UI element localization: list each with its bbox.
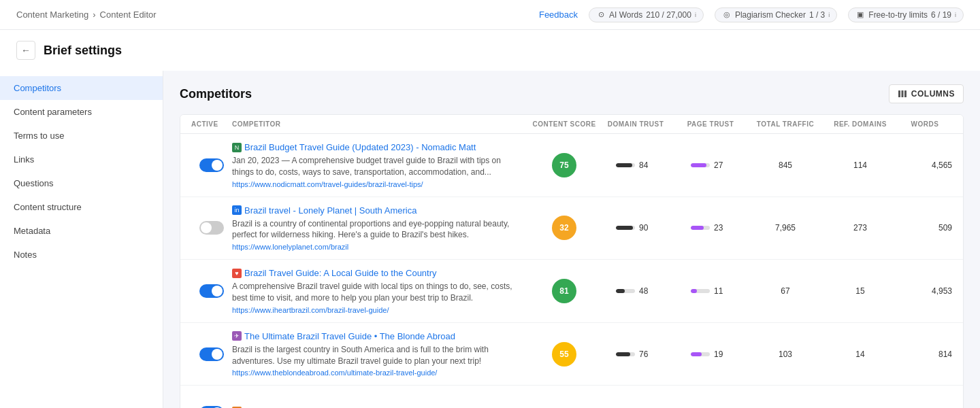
- row-toggle[interactable]: [199, 347, 224, 361]
- ref-domains-cell: 114: [823, 160, 898, 170]
- page-trust-value: 27: [714, 160, 730, 170]
- domain-trust-bar: [616, 163, 632, 167]
- col-competitor: COMPETITOR: [232, 120, 530, 128]
- page-trust-bar: [691, 352, 702, 356]
- col-domain-trust-label: DOMAIN TRUST: [608, 120, 664, 128]
- main-layout: CompetitorsContent parametersTerms to us…: [0, 71, 980, 408]
- content-header: Competitors COLUMNS: [180, 84, 964, 103]
- table-row: 🌎The complete guide to Brazil - World Tr…: [180, 386, 963, 408]
- toggle-cell: [191, 221, 232, 235]
- domain-trust-bar-container: [616, 352, 635, 356]
- col-domain-trust: DOMAIN TRUST: [598, 120, 673, 128]
- table-row: ✈The Ultimate Brazil Travel Guide • The …: [180, 323, 963, 386]
- competitor-cell: inBrazil travel - Lonely Planet | South …: [232, 205, 530, 252]
- back-button[interactable]: ←: [16, 41, 35, 60]
- ref-domains-cell: 14: [823, 350, 898, 359]
- words-cell: 814: [898, 350, 952, 359]
- section-title: Competitors: [180, 87, 252, 101]
- sidebar-item-links[interactable]: Links: [0, 148, 163, 171]
- row-toggle[interactable]: [199, 284, 224, 298]
- ref-domains-cell: 273: [823, 223, 898, 233]
- columns-label: COLUMNS: [911, 89, 955, 99]
- score-badge: 32: [552, 216, 576, 240]
- page-trust-bar-container: [691, 352, 710, 356]
- competitor-url[interactable]: https://www.nodicmatt.com/travel-guides/…: [232, 180, 525, 188]
- score-badge: 55: [552, 342, 576, 367]
- competitor-url[interactable]: https://www.theblondeabroad.com/ultimate…: [232, 369, 525, 377]
- page-trust-cell: 23: [673, 223, 748, 233]
- breadcrumb-item-1[interactable]: Content Marketing: [16, 10, 88, 20]
- breadcrumb-item-2[interactable]: Content Editor: [100, 10, 157, 20]
- competitor-title-text[interactable]: Brazil Travel Guide: A Local Guide to th…: [244, 268, 437, 278]
- sidebar: CompetitorsContent parametersTerms to us…: [0, 71, 163, 408]
- row-toggle[interactable]: [199, 158, 224, 172]
- col-ref-domains: REF. DOMAINS: [823, 120, 898, 128]
- table-row: NBrazil Budget Travel Guide (Updated 202…: [180, 134, 963, 197]
- col-page-trust-label: PAGE TRUST: [687, 120, 734, 128]
- sidebar-item-content-structure[interactable]: Content structure: [0, 195, 163, 219]
- competitor-title[interactable]: ♥Brazil Travel Guide: A Local Guide to t…: [232, 268, 525, 278]
- svg-rect-1: [901, 90, 903, 97]
- total-traffic-cell: 103: [748, 350, 823, 359]
- ai-words-count: 210 / 27,000: [646, 10, 691, 20]
- col-ref-domains-label: REF. DOMAINS: [834, 120, 887, 128]
- sidebar-item-competitors[interactable]: Competitors: [0, 76, 163, 100]
- sidebar-item-content-parameters[interactable]: Content parameters: [0, 100, 163, 124]
- domain-trust-cell: 76: [598, 350, 673, 359]
- row-toggle[interactable]: [199, 221, 224, 235]
- ai-words-info-icon: i: [695, 12, 696, 18]
- content-score-cell: 75: [530, 153, 598, 177]
- col-page-trust: PAGE TRUST: [673, 120, 748, 128]
- sidebar-item-metadata[interactable]: Metadata: [0, 219, 163, 243]
- competitor-title-text[interactable]: Brazil Budget Travel Guide (Updated 2023…: [244, 142, 476, 152]
- competitor-cell: ♥Brazil Travel Guide: A Local Guide to t…: [232, 268, 530, 314]
- page-trust-bar: [691, 289, 697, 293]
- top-bar: Content Marketing › Content Editor Feedb…: [0, 0, 980, 30]
- competitor-title[interactable]: ✈The Ultimate Brazil Travel Guide • The …: [232, 331, 525, 341]
- page-trust-cell: 11: [673, 286, 748, 296]
- domain-trust-cell: 48: [598, 286, 673, 296]
- words-cell: 4,565: [898, 160, 952, 170]
- sidebar-item-questions[interactable]: Questions: [0, 171, 163, 195]
- site-icon: in: [232, 205, 242, 215]
- ai-words-badge[interactable]: ⊙ AI Words 210 / 27,000 i: [589, 7, 704, 22]
- table-row: inBrazil travel - Lonely Planet | South …: [180, 197, 963, 260]
- competitor-title-text[interactable]: The Ultimate Brazil Travel Guide • The B…: [244, 331, 455, 341]
- domain-trust-value: 76: [639, 350, 655, 359]
- plagiarism-count: 1 / 3: [809, 10, 825, 20]
- top-right-actions: Feedback ⊙ AI Words 210 / 27,000 i ◎ Pla…: [539, 7, 964, 22]
- content-score-cell: 32: [530, 216, 598, 240]
- ref-domains-cell: 15: [823, 286, 898, 296]
- page-trust-cell: 27: [673, 160, 748, 170]
- plagiarism-label: Plagiarism Checker: [735, 10, 806, 20]
- svg-rect-2: [904, 90, 906, 97]
- content-score-cell: 55: [530, 342, 598, 367]
- competitor-title[interactable]: inBrazil travel - Lonely Planet | South …: [232, 205, 525, 216]
- total-traffic-cell: 7,965: [748, 223, 823, 233]
- toggle-cell: [191, 284, 232, 298]
- page-trust-bar-container: [691, 226, 710, 230]
- site-icon: N: [232, 143, 242, 152]
- competitor-title[interactable]: NBrazil Budget Travel Guide (Updated 202…: [232, 142, 525, 152]
- domain-trust-cell: 84: [598, 160, 673, 170]
- feedback-link[interactable]: Feedback: [539, 10, 578, 20]
- domain-trust-value: 90: [639, 223, 655, 233]
- competitor-url[interactable]: https://www.iheartbrazil.com/brazil-trav…: [232, 306, 525, 314]
- total-traffic-cell: 67: [748, 286, 823, 296]
- columns-icon: [898, 89, 907, 99]
- columns-button[interactable]: COLUMNS: [889, 84, 964, 103]
- page-trust-bar-container: [691, 289, 710, 293]
- competitor-url[interactable]: https://www.lonelyplanet.com/brazil: [232, 243, 525, 251]
- competitor-cell: ✈The Ultimate Brazil Travel Guide • The …: [232, 331, 530, 377]
- sidebar-item-notes[interactable]: Notes: [0, 243, 163, 267]
- sidebar-item-terms-to-use[interactable]: Terms to use: [0, 124, 163, 148]
- breadcrumb: Content Marketing › Content Editor: [16, 10, 157, 20]
- competitor-title-text[interactable]: Brazil travel - Lonely Planet | South Am…: [244, 205, 416, 216]
- page-trust-cell: 19: [673, 350, 748, 359]
- col-content-score: CONTENT SCORE: [530, 120, 598, 128]
- content-score-cell: 81: [530, 279, 598, 303]
- freetry-badge[interactable]: ▣ Free-to-try limits 6 / 19 i: [848, 7, 964, 22]
- page-trust-bar-container: [691, 163, 710, 167]
- plagiarism-badge[interactable]: ◎ Plagiarism Checker 1 / 3 i: [715, 7, 837, 22]
- plagiarism-info-icon: i: [828, 12, 830, 18]
